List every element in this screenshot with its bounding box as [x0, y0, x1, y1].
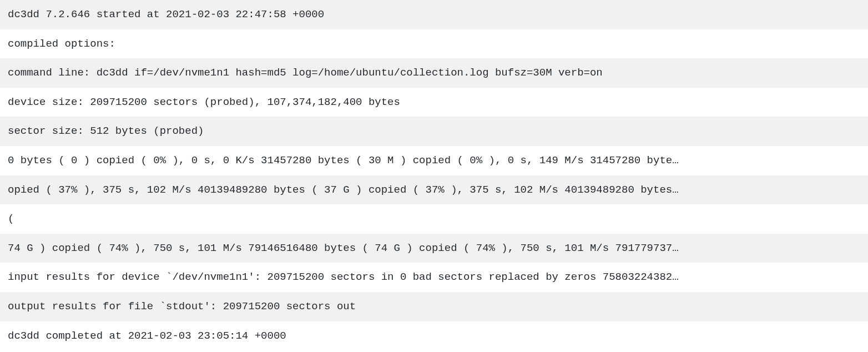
output-line: opied ( 37% ), 375 s, 102 M/s 4013948928…	[0, 175, 868, 205]
output-line: dc3dd 7.2.646 started at 2021-02-03 22:4…	[0, 0, 868, 29]
terminal-output: dc3dd 7.2.646 started at 2021-02-03 22:4…	[0, 0, 868, 350]
output-line: (	[0, 204, 868, 234]
output-line: command line: dc3dd if=/dev/nvme1n1 hash…	[0, 58, 868, 88]
output-line: 74 G ) copied ( 74% ), 750 s, 101 M/s 79…	[0, 234, 868, 263]
output-line: output results for file `stdout': 209715…	[0, 292, 868, 321]
output-line: compiled options:	[0, 29, 868, 59]
output-line: 0 bytes ( 0 ) copied ( 0% ), 0 s, 0 K/s …	[0, 146, 868, 175]
output-line: dc3dd completed at 2021-02-03 23:05:14 +…	[0, 321, 868, 351]
output-line: input results for device `/dev/nvme1n1':…	[0, 263, 868, 292]
output-line: sector size: 512 bytes (probed)	[0, 117, 868, 146]
output-line: device size: 209715200 sectors (probed),…	[0, 88, 868, 117]
